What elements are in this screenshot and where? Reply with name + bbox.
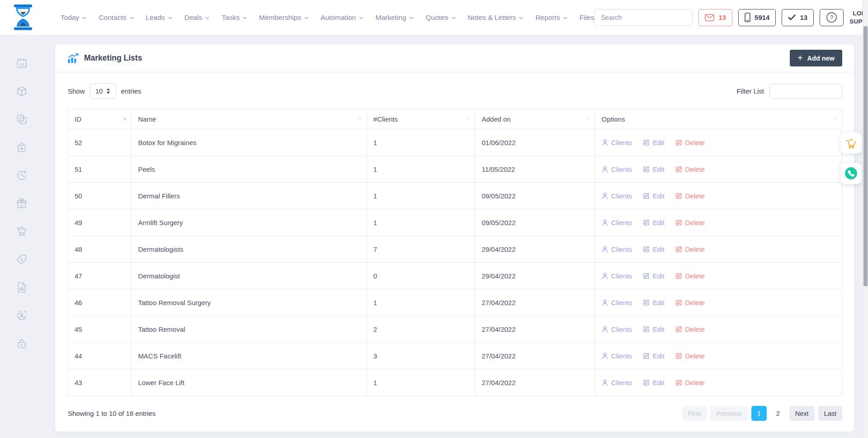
chevron-down-icon (519, 17, 523, 19)
clients-link[interactable]: Clients (602, 139, 632, 146)
edit-square-icon (643, 326, 650, 333)
cell-added-on: 11/05/2022 (475, 156, 595, 183)
cell-options: ClientsEditDelete (595, 236, 842, 263)
sidebar-item-shopping-bag[interactable] (16, 141, 28, 153)
cell-name: Dermal Fillers (132, 183, 367, 209)
check-icon (788, 14, 796, 20)
sidebar-item-price-tag[interactable]: $ (16, 254, 28, 265)
table-row: 50Dermal Fillers109/05/2022ClientsEditDe… (68, 183, 842, 209)
scrollbar-thumb[interactable] (863, 26, 868, 286)
column-header-name[interactable]: Name↑↓ (132, 109, 367, 129)
nav-item-notes-letters[interactable]: Notes & Letters (468, 14, 524, 22)
page-size-select[interactable]: 10 (90, 83, 116, 99)
sidebar-item-account[interactable] (16, 310, 28, 321)
clients-link[interactable]: Clients (602, 352, 632, 360)
cell-name: MACS Facelift (132, 343, 367, 369)
mobile-icon (745, 13, 750, 22)
delete-link[interactable]: Delete (675, 165, 705, 173)
nav-item-memberships[interactable]: Memberships (259, 14, 308, 22)
page-button-previous[interactable]: Previous (710, 406, 747, 421)
delete-link[interactable]: Delete (675, 352, 705, 360)
delete-link[interactable]: Delete (675, 245, 705, 253)
column-header-id[interactable]: ID↑↓ (68, 109, 132, 129)
sidebar-item-cart[interactable] (16, 226, 28, 237)
page-button-next[interactable]: Next (789, 406, 815, 421)
page-button-first[interactable]: First (682, 406, 707, 421)
nav-item-files[interactable]: Files (580, 14, 594, 22)
search-button[interactable] (692, 9, 693, 25)
add-new-button[interactable]: + Add new (790, 50, 842, 66)
nav-item-leads[interactable]: Leads (146, 14, 172, 22)
clients-link[interactable]: Clients (602, 165, 632, 173)
messages-button[interactable]: 13 (698, 9, 732, 26)
clients-link[interactable]: Clients (602, 219, 632, 226)
page-button-2[interactable]: 2 (770, 406, 786, 421)
edit-link[interactable]: Edit (643, 272, 665, 280)
chevron-down-icon (304, 17, 308, 19)
table-row: 46Tattoo Removal Surgery127/04/2022Clien… (68, 289, 842, 316)
sidebar-item-lock[interactable] (16, 338, 28, 349)
delete-link[interactable]: Delete (675, 219, 705, 226)
nav-item-quotes[interactable]: Quotes (426, 14, 456, 22)
nav-item-automation[interactable]: Automation (321, 14, 363, 22)
sidebar-item-copy[interactable] (16, 113, 28, 125)
nav-item-today[interactable]: Today (61, 14, 86, 22)
edit-link[interactable]: Edit (643, 325, 665, 333)
edit-link[interactable]: Edit (643, 139, 665, 146)
sidebar-item-calendar[interactable]: 12 (16, 57, 28, 69)
cell-clients: 3 (367, 343, 475, 369)
scrollbar[interactable] (863, 0, 868, 438)
edit-link[interactable]: Edit (643, 245, 665, 253)
delete-link[interactable]: Delete (675, 379, 705, 386)
nav-item-deals[interactable]: Deals (184, 14, 210, 22)
edit-link[interactable]: Edit (643, 165, 665, 173)
person-icon (602, 166, 608, 173)
account-icon (16, 310, 28, 321)
delete-link[interactable]: Delete (675, 325, 705, 333)
person-icon (602, 379, 608, 386)
clients-link[interactable]: Clients (602, 325, 632, 333)
phone-floating-button[interactable] (840, 163, 862, 184)
calls-button[interactable]: 5914 (738, 9, 776, 26)
page-button-1[interactable]: 1 (751, 406, 767, 421)
calendar-icon: 12 (16, 57, 28, 69)
hourglass-logo[interactable] (13, 5, 33, 30)
delete-link[interactable]: Delete (675, 139, 705, 146)
column-header-options[interactable]: Options↑↓ (595, 109, 842, 129)
cart-floating-button[interactable] (840, 132, 862, 154)
history-icon (16, 170, 28, 181)
cell-name: Armlift Surgery (132, 209, 367, 236)
help-button[interactable]: ? (820, 9, 844, 26)
column-header-clients[interactable]: #Clients↑↓ (367, 109, 475, 129)
delete-link[interactable]: Delete (675, 272, 705, 280)
sidebar-item-history[interactable] (16, 170, 28, 181)
marketing-lists-table: ID↑↓Name↑↓#Clients↑↓Added on↑↓Options↑↓ … (68, 108, 842, 396)
edit-link[interactable]: Edit (643, 352, 665, 360)
clients-link[interactable]: Clients (602, 379, 632, 386)
delete-link[interactable]: Delete (675, 299, 705, 306)
sidebar-item-package[interactable] (16, 85, 28, 97)
edit-link[interactable]: Edit (643, 219, 665, 226)
clients-link[interactable]: Clients (602, 272, 632, 280)
nav-item-tasks[interactable]: Tasks (222, 14, 247, 22)
filter-list-input[interactable] (769, 84, 842, 99)
page-button-last[interactable]: Last (818, 406, 842, 421)
sidebar-item-report[interactable] (16, 282, 28, 293)
cell-name: Dermatologist (132, 263, 367, 289)
clients-link[interactable]: Clients (602, 192, 632, 200)
tasks-done-button[interactable]: 13 (782, 9, 814, 26)
nav-item-marketing[interactable]: Marketing (376, 14, 414, 22)
delete-link[interactable]: Delete (675, 192, 705, 200)
column-header-added-on[interactable]: Added on↑↓ (475, 109, 595, 129)
delete-square-icon (675, 219, 682, 226)
edit-link[interactable]: Edit (643, 299, 665, 306)
edit-link[interactable]: Edit (643, 192, 665, 200)
edit-link[interactable]: Edit (643, 379, 665, 386)
nav-item-reports[interactable]: Reports (535, 14, 567, 22)
nav-item-contacts[interactable]: Contacts (99, 14, 133, 22)
clients-link[interactable]: Clients (602, 299, 632, 306)
sidebar-item-gift[interactable] (16, 198, 28, 209)
clients-link[interactable]: Clients (602, 245, 632, 253)
edit-square-icon (643, 379, 650, 386)
search-input[interactable] (594, 9, 692, 25)
